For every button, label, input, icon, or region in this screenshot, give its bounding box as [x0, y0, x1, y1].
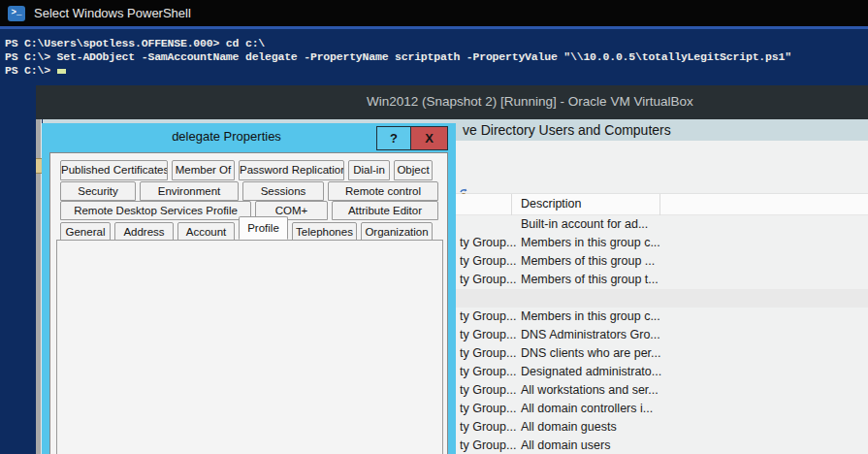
ad-window-title: ve Directory Users and Computers — [463, 122, 671, 138]
tab-telephones[interactable]: Telephones — [292, 222, 357, 242]
tab-remote-control[interactable]: Remote control — [328, 181, 438, 201]
row-description: Members in this group c... — [521, 308, 660, 326]
row-type: ty Group... — [460, 308, 518, 326]
dialog-body: Published Certificates Member Of Passwor… — [49, 152, 448, 454]
column-header-description[interactable]: Description — [512, 194, 660, 215]
tab-dial-in[interactable]: Dial-in — [348, 160, 390, 180]
console-prompt-text: PS C:\> — [5, 64, 57, 77]
row-description: All domain users — [521, 437, 610, 454]
virtualbox-titlebar[interactable]: Win2012 (Snapshot 2) [Running] - Oracle … — [36, 85, 868, 119]
console-line: PS C:\> Set-ADObject -SamAccountName del… — [5, 50, 791, 63]
tab-strip: Published Certificates Member Of Passwor… — [60, 160, 440, 242]
row-type: ty Group... — [460, 400, 518, 418]
tab-organization[interactable]: Organization — [361, 222, 433, 242]
row-type: ty Group... — [460, 381, 518, 400]
row-description: DNS clients who are per... — [521, 344, 661, 363]
row-type: ty Group... — [460, 418, 518, 437]
tab-password-replication[interactable]: Password Replication — [239, 160, 344, 180]
help-button[interactable]: ? — [376, 126, 410, 150]
tab-sessions[interactable]: Sessions — [242, 181, 324, 201]
row-description: Members of this group t... — [521, 271, 659, 289]
row-description: All workstations and ser... — [521, 381, 659, 400]
row-description: Built-in account for ad... — [521, 215, 648, 234]
tab-account[interactable]: Account — [177, 222, 235, 242]
row-description: Members in this group c... — [521, 234, 660, 252]
row-description: All domain guests — [521, 418, 617, 437]
row-description: DNS Administrators Gro... — [521, 326, 660, 344]
close-button[interactable]: X — [410, 126, 448, 150]
tab-published-certificates[interactable]: Published Certificates — [60, 160, 168, 180]
row-type: ty Group... — [460, 271, 518, 289]
row-type: ty Group... — [460, 363, 518, 381]
row-description: Designated administrato... — [521, 363, 661, 381]
row-type: ty Group... — [460, 234, 518, 252]
tab-profile-active[interactable]: Profile — [239, 216, 288, 240]
profile-tab-panel — [56, 240, 443, 454]
powershell-titlebar[interactable]: >_ Select Windows PowerShell — [0, 0, 868, 26]
tab-general[interactable]: General — [60, 222, 111, 242]
tab-address[interactable]: Address — [114, 222, 174, 242]
delegate-properties-dialog: delegate Properties ? X Published Certif… — [42, 123, 456, 454]
tab-remote-desktop-services-profile[interactable]: Remote Desktop Services Profile — [60, 201, 251, 220]
powershell-icon: >_ — [8, 6, 25, 21]
console-cursor — [57, 69, 66, 74]
tab-environment[interactable]: Environment — [140, 181, 239, 201]
dialog-title: delegate Properties — [77, 129, 376, 144]
row-type: ty Group... — [460, 326, 518, 344]
tab-attribute-editor[interactable]: Attribute Editor — [332, 201, 438, 220]
console-prompt-line: PS C:\> — [5, 64, 66, 77]
tab-security[interactable]: Security — [60, 181, 136, 201]
screen: >_ Select Windows PowerShell PS C:\Users… — [0, 0, 868, 454]
row-type: ty Group... — [460, 437, 518, 454]
tab-member-of[interactable]: Member Of — [172, 160, 235, 180]
powershell-window-title: Select Windows PowerShell — [34, 6, 191, 20]
row-description: All domain controllers i... — [521, 400, 653, 418]
row-type: ty Group... — [460, 252, 518, 271]
console-line: PS C:\Users\spotless.OFFENSE.000> cd c:\ — [5, 37, 265, 49]
row-description: Members of this group ... — [521, 252, 655, 271]
row-type: ty Group... — [460, 344, 518, 363]
dialog-titlebar-buttons: ? X — [376, 126, 448, 150]
tab-object[interactable]: Object — [394, 160, 433, 180]
virtualbox-window-title: Win2012 (Snapshot 2) [Running] - Oracle … — [367, 94, 693, 109]
